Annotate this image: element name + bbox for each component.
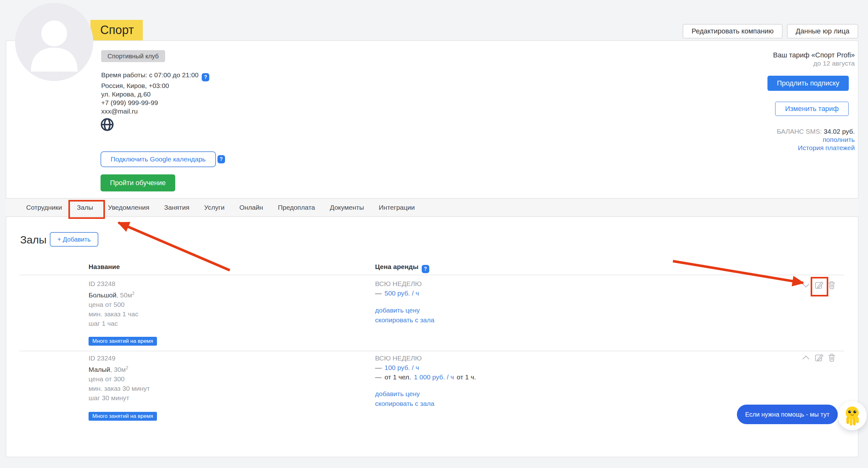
company-email: xxx@mail.ru (101, 107, 209, 115)
tab-halls[interactable]: Залы (77, 204, 93, 211)
tab-classes[interactable]: Занятия (164, 204, 189, 211)
company-title: Спорт (90, 20, 143, 40)
company-address: ул. Кирова, д.60 (101, 90, 209, 98)
person-icon (15, 3, 93, 81)
trash-icon[interactable] (827, 353, 836, 362)
add-hall-button[interactable]: + Добавить (50, 232, 98, 246)
sms-balance-value: 34.02 руб. (824, 128, 855, 135)
hall-row-name-col: ID 23248 Большой, 50м2 цена от 500 мин. … (89, 279, 138, 328)
working-hours-help-icon[interactable]: ? (202, 73, 209, 81)
hall-price-links: добавить цену скопировать с зала (375, 305, 434, 325)
tab-employees[interactable]: Сотрудники (26, 204, 62, 211)
sms-balance: БАЛАНС SMS: 34.02 руб. (777, 127, 855, 136)
add-price-link[interactable]: добавить цену (375, 390, 420, 397)
rent-price-link[interactable]: 1 000 руб. / ч (414, 373, 454, 382)
price-dash: — (375, 363, 382, 373)
hall-id: ID 23249 (89, 353, 150, 363)
price-dash: — (375, 373, 382, 382)
rent-price-link[interactable]: 500 руб. / ч (384, 289, 419, 298)
halls-heading: Залы (20, 234, 46, 246)
hall-row-price-col: ВСЮ НЕДЕЛЮ — 100 руб. / ч — от 1 чел. 1 … (375, 353, 476, 382)
chevron-up-icon[interactable] (801, 353, 811, 362)
header-actions: Редактировать компанию Данные юр лица (683, 24, 858, 38)
hall-row-name-col: ID 23249 Малый, 30м2 цена от 300 мин. за… (89, 353, 150, 403)
legal-data-button[interactable]: Данные юр лица (787, 24, 858, 38)
hall-area-sup: 2 (126, 365, 128, 370)
tab-online[interactable]: Онлайн (239, 204, 263, 211)
column-header-name: Название (89, 262, 120, 271)
tab-prepayment[interactable]: Предоплата (278, 204, 315, 211)
rent-price-link[interactable]: 100 руб. / ч (384, 363, 419, 373)
page: Редактировать компанию Данные юр лица Сп… (0, 0, 868, 468)
row-divider (20, 351, 844, 351)
website-globe-icon[interactable] (100, 117, 115, 132)
company-phone: +7 (999) 999-99-99 (101, 98, 209, 107)
tariff-valid-until: до 12 августа (773, 59, 855, 67)
hall-step: шаг 1 час (89, 319, 138, 328)
subscription-info: Ваш тариф «Спорт Profi» до 12 августа (773, 51, 855, 67)
working-hours-text: Время работы: с 07:00 до 21:00 (101, 71, 198, 79)
hall-min-order: мин. заказ 1 час (89, 310, 138, 319)
hall-price-links: добавить цену скопировать с зала (375, 389, 434, 408)
rent-price-help-icon[interactable]: ? (422, 265, 429, 273)
tab-bar: Сотрудники Залы Уведомления Занятия Услу… (6, 198, 859, 217)
copy-from-hall-link[interactable]: скопировать с зала (375, 400, 434, 407)
edit-company-button[interactable]: Редактировать компанию (683, 24, 782, 38)
header-divider (20, 275, 844, 275)
sms-balance-label: БАЛАНС SMS: (777, 128, 822, 135)
price-period: ВСЮ НЕДЕЛЮ (375, 279, 422, 289)
google-calendar-help-icon[interactable]: ? (217, 155, 225, 163)
change-tariff-button[interactable]: Изменить тариф (775, 101, 849, 116)
edit-icon[interactable] (814, 353, 824, 362)
hall-price-from: цена от 500 (89, 300, 138, 310)
tab-integrations[interactable]: Интеграции (379, 204, 415, 211)
column-header-price: Цена аренды? (375, 262, 429, 273)
hall-row-actions (801, 353, 836, 362)
extend-subscription-button[interactable]: Продлить подписку (768, 76, 849, 91)
chevron-down-icon[interactable] (801, 280, 811, 290)
hall-feature-badge: Много занятий на время (89, 337, 157, 346)
hall-name: Малый (89, 366, 110, 373)
sms-balance-block: БАЛАНС SMS: 34.02 руб. пополнить История… (777, 127, 855, 152)
payment-history-link[interactable]: История платежей (798, 144, 855, 151)
tab-notifications[interactable]: Уведомления (108, 204, 149, 211)
hall-min-order: мин. заказ 30 минут (89, 384, 150, 393)
trash-icon[interactable] (827, 280, 836, 290)
price-prefix: от 1 чел. (384, 373, 411, 382)
price-suffix: от 1 ч. (457, 373, 476, 382)
hall-area-sup: 2 (132, 291, 134, 296)
avatar[interactable] (15, 3, 93, 81)
help-chat-button[interactable]: Если нужна помощь - мы тут (737, 405, 838, 424)
hall-row-price-col: ВСЮ НЕДЕЛЮ — 500 руб. / ч (375, 279, 422, 298)
price-period: ВСЮ НЕДЕЛЮ (375, 353, 476, 363)
hall-name: Большой (89, 291, 116, 299)
add-price-link[interactable]: добавить цену (375, 306, 420, 314)
company-location: Россия, Киров, +03:00 (101, 81, 209, 90)
company-info: Время работы: с 07:00 до 21:00? Россия, … (101, 71, 209, 115)
edit-icon[interactable] (814, 280, 824, 290)
hall-area: , 50м (116, 291, 132, 299)
google-calendar-button[interactable]: Подключить Google календарь (100, 151, 216, 167)
training-button[interactable]: Пройти обучение (100, 174, 175, 192)
tariff-title: Ваш тариф «Спорт Profi» (773, 51, 855, 59)
hall-price-from: цена от 300 (89, 374, 150, 384)
octopus-icon (842, 405, 863, 427)
company-category-badge: Спортивный клуб (101, 50, 165, 62)
price-dash: — (375, 289, 382, 298)
hall-feature-badge: Много занятий на время (89, 412, 157, 421)
tab-services[interactable]: Услуги (204, 204, 225, 211)
help-mascot[interactable] (838, 401, 867, 430)
copy-from-hall-link[interactable]: скопировать с зала (375, 316, 434, 324)
hall-row-actions (801, 280, 836, 290)
working-hours-line: Время работы: с 07:00 до 21:00? (101, 71, 209, 81)
hall-step: шаг 30 минут (89, 393, 150, 403)
hall-id: ID 23248 (89, 279, 138, 289)
hall-area: , 30м (110, 366, 126, 373)
tab-documents[interactable]: Документы (330, 204, 364, 211)
top-up-link[interactable]: пополнить (823, 136, 855, 143)
